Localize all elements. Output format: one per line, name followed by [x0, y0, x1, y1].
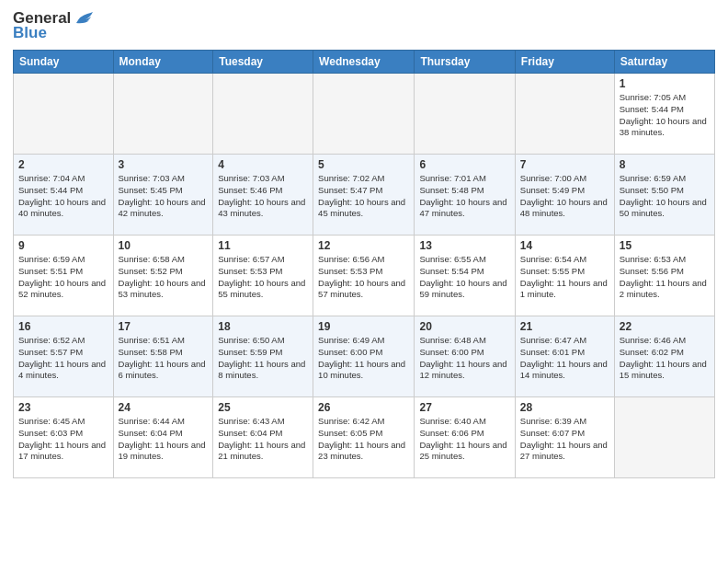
day-info: Sunrise: 6:54 AM Sunset: 5:55 PM Dayligh…	[520, 254, 609, 301]
calendar-week-3: 9Sunrise: 6:59 AM Sunset: 5:51 PM Daylig…	[14, 236, 715, 316]
calendar-week-4: 16Sunrise: 6:52 AM Sunset: 5:57 PM Dayli…	[14, 316, 715, 397]
calendar-cell	[213, 74, 313, 155]
calendar-table: SundayMondayTuesdayWednesdayThursdayFrid…	[13, 50, 715, 478]
day-number: 6	[419, 158, 509, 171]
day-info: Sunrise: 6:45 AM Sunset: 6:03 PM Dayligh…	[18, 416, 108, 463]
day-info: Sunrise: 7:04 AM Sunset: 5:44 PM Dayligh…	[18, 173, 108, 220]
weekday-header-monday: Monday	[113, 51, 213, 74]
day-info: Sunrise: 6:48 AM Sunset: 6:00 PM Dayligh…	[419, 335, 509, 382]
day-info: Sunrise: 7:01 AM Sunset: 5:48 PM Dayligh…	[419, 173, 509, 220]
calendar-week-2: 2Sunrise: 7:04 AM Sunset: 5:44 PM Daylig…	[14, 155, 715, 236]
calendar-cell	[313, 74, 415, 155]
calendar-cell	[14, 74, 114, 155]
calendar-cell: 6Sunrise: 7:01 AM Sunset: 5:48 PM Daylig…	[415, 155, 515, 236]
weekday-header-thursday: Thursday	[415, 51, 515, 74]
day-info: Sunrise: 6:58 AM Sunset: 5:52 PM Dayligh…	[119, 254, 209, 301]
calendar-header-row: SundayMondayTuesdayWednesdayThursdayFrid…	[14, 51, 715, 74]
day-number: 28	[520, 401, 609, 414]
day-number: 16	[18, 320, 108, 333]
day-info: Sunrise: 6:55 AM Sunset: 5:54 PM Dayligh…	[419, 254, 509, 301]
day-info: Sunrise: 6:51 AM Sunset: 5:58 PM Dayligh…	[119, 335, 209, 382]
calendar-cell: 3Sunrise: 7:03 AM Sunset: 5:45 PM Daylig…	[113, 155, 213, 236]
day-info: Sunrise: 7:05 AM Sunset: 5:44 PM Dayligh…	[620, 92, 710, 139]
calendar-cell	[614, 397, 714, 478]
day-number: 8	[620, 158, 710, 171]
day-info: Sunrise: 6:56 AM Sunset: 5:53 PM Dayligh…	[318, 254, 409, 301]
day-number: 12	[318, 239, 409, 252]
calendar-cell: 17Sunrise: 6:51 AM Sunset: 5:58 PM Dayli…	[113, 316, 213, 397]
calendar-cell: 23Sunrise: 6:45 AM Sunset: 6:03 PM Dayli…	[14, 397, 114, 478]
day-number: 1	[620, 77, 710, 90]
logo: General Blue	[13, 9, 95, 42]
day-number: 2	[18, 158, 108, 171]
day-number: 20	[419, 320, 509, 333]
day-number: 25	[218, 401, 308, 414]
day-number: 13	[419, 239, 509, 252]
day-info: Sunrise: 7:03 AM Sunset: 5:45 PM Dayligh…	[119, 173, 209, 220]
day-number: 10	[119, 239, 209, 252]
calendar-cell: 12Sunrise: 6:56 AM Sunset: 5:53 PM Dayli…	[313, 236, 415, 316]
day-number: 23	[18, 401, 108, 414]
day-number: 26	[318, 401, 409, 414]
day-info: Sunrise: 6:49 AM Sunset: 6:00 PM Dayligh…	[318, 335, 409, 382]
day-number: 17	[119, 320, 209, 333]
day-info: Sunrise: 7:02 AM Sunset: 5:47 PM Dayligh…	[318, 173, 409, 220]
day-number: 22	[620, 320, 710, 333]
day-info: Sunrise: 6:40 AM Sunset: 6:06 PM Dayligh…	[419, 416, 509, 463]
header: General Blue	[13, 9, 715, 42]
calendar-cell: 20Sunrise: 6:48 AM Sunset: 6:00 PM Dayli…	[415, 316, 515, 397]
calendar-cell: 16Sunrise: 6:52 AM Sunset: 5:57 PM Dayli…	[14, 316, 114, 397]
calendar-cell: 21Sunrise: 6:47 AM Sunset: 6:01 PM Dayli…	[515, 316, 614, 397]
day-number: 3	[119, 158, 209, 171]
calendar-cell: 18Sunrise: 6:50 AM Sunset: 5:59 PM Dayli…	[213, 316, 313, 397]
calendar-cell: 13Sunrise: 6:55 AM Sunset: 5:54 PM Dayli…	[415, 236, 515, 316]
page: General Blue SundayMondayTuesdayWednesda…	[0, 0, 728, 563]
calendar-cell: 7Sunrise: 7:00 AM Sunset: 5:49 PM Daylig…	[515, 155, 614, 236]
day-info: Sunrise: 6:52 AM Sunset: 5:57 PM Dayligh…	[18, 335, 108, 382]
logo-bird-icon	[74, 10, 95, 27]
calendar-cell: 8Sunrise: 6:59 AM Sunset: 5:50 PM Daylig…	[614, 155, 714, 236]
calendar-cell: 28Sunrise: 6:39 AM Sunset: 6:07 PM Dayli…	[515, 397, 614, 478]
day-info: Sunrise: 6:46 AM Sunset: 6:02 PM Dayligh…	[620, 335, 710, 382]
weekday-header-friday: Friday	[515, 51, 614, 74]
calendar-cell: 10Sunrise: 6:58 AM Sunset: 5:52 PM Dayli…	[113, 236, 213, 316]
day-info: Sunrise: 7:00 AM Sunset: 5:49 PM Dayligh…	[520, 173, 609, 220]
day-number: 21	[520, 320, 609, 333]
day-number: 7	[520, 158, 609, 171]
day-number: 11	[218, 239, 308, 252]
calendar-cell: 19Sunrise: 6:49 AM Sunset: 6:00 PM Dayli…	[313, 316, 415, 397]
calendar-cell: 2Sunrise: 7:04 AM Sunset: 5:44 PM Daylig…	[14, 155, 114, 236]
calendar-week-1: 1Sunrise: 7:05 AM Sunset: 5:44 PM Daylig…	[14, 74, 715, 155]
day-number: 4	[218, 158, 308, 171]
calendar-cell: 4Sunrise: 7:03 AM Sunset: 5:46 PM Daylig…	[213, 155, 313, 236]
calendar-cell: 15Sunrise: 6:53 AM Sunset: 5:56 PM Dayli…	[614, 236, 714, 316]
calendar-cell: 11Sunrise: 6:57 AM Sunset: 5:53 PM Dayli…	[213, 236, 313, 316]
calendar-cell: 1Sunrise: 7:05 AM Sunset: 5:44 PM Daylig…	[614, 74, 714, 155]
day-number: 27	[419, 401, 509, 414]
day-info: Sunrise: 6:44 AM Sunset: 6:04 PM Dayligh…	[119, 416, 209, 463]
day-number: 9	[18, 239, 108, 252]
day-info: Sunrise: 6:42 AM Sunset: 6:05 PM Dayligh…	[318, 416, 409, 463]
calendar-cell	[515, 74, 614, 155]
weekday-header-wednesday: Wednesday	[313, 51, 415, 74]
day-info: Sunrise: 6:50 AM Sunset: 5:59 PM Dayligh…	[218, 335, 308, 382]
day-info: Sunrise: 6:59 AM Sunset: 5:50 PM Dayligh…	[620, 173, 710, 220]
calendar-cell: 25Sunrise: 6:43 AM Sunset: 6:04 PM Dayli…	[213, 397, 313, 478]
day-info: Sunrise: 6:59 AM Sunset: 5:51 PM Dayligh…	[18, 254, 108, 301]
weekday-header-tuesday: Tuesday	[213, 51, 313, 74]
day-info: Sunrise: 7:03 AM Sunset: 5:46 PM Dayligh…	[218, 173, 308, 220]
day-number: 18	[218, 320, 308, 333]
logo-blue-text: Blue	[13, 24, 47, 42]
day-number: 5	[318, 158, 409, 171]
calendar-cell	[113, 74, 213, 155]
weekday-header-sunday: Sunday	[14, 51, 114, 74]
day-info: Sunrise: 6:47 AM Sunset: 6:01 PM Dayligh…	[520, 335, 609, 382]
calendar-cell: 24Sunrise: 6:44 AM Sunset: 6:04 PM Dayli…	[113, 397, 213, 478]
day-info: Sunrise: 6:53 AM Sunset: 5:56 PM Dayligh…	[620, 254, 710, 301]
calendar-cell: 14Sunrise: 6:54 AM Sunset: 5:55 PM Dayli…	[515, 236, 614, 316]
calendar-week-5: 23Sunrise: 6:45 AM Sunset: 6:03 PM Dayli…	[14, 397, 715, 478]
day-info: Sunrise: 6:43 AM Sunset: 6:04 PM Dayligh…	[218, 416, 308, 463]
calendar-cell: 27Sunrise: 6:40 AM Sunset: 6:06 PM Dayli…	[415, 397, 515, 478]
calendar-cell: 9Sunrise: 6:59 AM Sunset: 5:51 PM Daylig…	[14, 236, 114, 316]
calendar-cell	[415, 74, 515, 155]
